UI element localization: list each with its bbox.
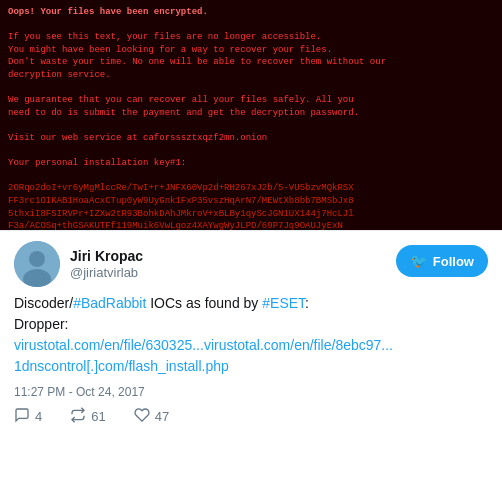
tweet-header: Jiri Kropac @jiriatvirlab 🐦 Follow <box>14 241 488 287</box>
terminal-line-blank-2 <box>8 82 494 95</box>
hashtag-eset[interactable]: #ESET <box>262 295 305 311</box>
twitter-bird-icon: 🐦 <box>410 253 427 269</box>
like-count: 47 <box>155 409 169 424</box>
follow-label: Follow <box>433 254 474 269</box>
terminal-line-7: need to do is submit the payment and get… <box>8 107 494 120</box>
avatar-image <box>14 241 60 287</box>
tweet-body: Discoder/#BadRabbit IOCs as found by #ES… <box>14 293 488 377</box>
terminal-key-2: FF3rc1OIKAB1HoaAcxCTup0yW9UyGnk1FxP35vsz… <box>8 195 494 208</box>
hashtag-badrabbit[interactable]: #BadRabbit <box>73 295 146 311</box>
tweet-header-left: Jiri Kropac @jiriatvirlab <box>14 241 143 287</box>
terminal-line-2: If you see this text, your files are no … <box>8 31 494 44</box>
like-action[interactable]: 47 <box>134 407 169 426</box>
reply-count: 4 <box>35 409 42 424</box>
svg-point-1 <box>29 251 45 267</box>
heart-icon <box>134 407 150 426</box>
user-info: Jiri Kropac @jiriatvirlab <box>70 248 143 280</box>
reply-icon <box>14 407 30 426</box>
virustotal-link[interactable]: virustotal.com/en/file/630325...virustot… <box>14 337 393 353</box>
terminal-line-9: Your personal installation key#1: <box>8 157 494 170</box>
terminal-line-blank-3 <box>8 119 494 132</box>
display-name: Jiri Kropac <box>70 248 143 265</box>
retweet-count: 61 <box>91 409 105 424</box>
terminal-line-blank-5 <box>8 170 494 183</box>
terminal-line-1: Oops! Your files have been encrypted. <box>8 6 494 19</box>
tweet-timestamp: 11:27 PM - Oct 24, 2017 <box>14 385 488 399</box>
tweet-text-iocs: IOCs as found by <box>146 295 262 311</box>
retweet-icon <box>70 407 86 426</box>
tweet-card: Jiri Kropac @jiriatvirlab 🐦 Follow Disco… <box>0 230 502 434</box>
screen-name: @jiriatvirlab <box>70 265 143 281</box>
terminal-key-3: 5thxiI8FSIRVPr+IZXw2tR93BohkDAhJMkroV+xB… <box>8 208 494 221</box>
terminal-line-3: You might have been looking for a way to… <box>8 44 494 57</box>
terminal-key-4: F3a/ACOSq+thGSAKUTFf119Muik6VwLgoz4XAYwg… <box>8 220 494 230</box>
terminal-line-4: Don't waste your time. No one will be ab… <box>8 56 494 69</box>
dropper-label: Dropper: <box>14 316 68 332</box>
retweet-action[interactable]: 61 <box>70 407 105 426</box>
tweet-text-colon: : <box>305 295 309 311</box>
terminal-line-6: We guarantee that you can recover all yo… <box>8 94 494 107</box>
tweet-text-discoder: Discoder/ <box>14 295 73 311</box>
dnscontrol-link[interactable]: 1dnscontrol[.]com/flash_install.php <box>14 358 229 374</box>
terminal-key-1: 2ORqo2doI+vr6yMgMlccRe/TwI+r+JNFX60Vp2d+… <box>8 182 494 195</box>
avatar <box>14 241 60 287</box>
terminal-line-8: Visit our web service at caforsssztxqzf2… <box>8 132 494 145</box>
terminal-line-blank-4 <box>8 145 494 158</box>
reply-action[interactable]: 4 <box>14 407 42 426</box>
tweet-actions: 4 61 47 <box>14 407 488 426</box>
terminal-screenshot: Oops! Your files have been encrypted. If… <box>0 0 502 230</box>
terminal-line-blank-1 <box>8 19 494 32</box>
terminal-line-5: decryption service. <box>8 69 494 82</box>
follow-button[interactable]: 🐦 Follow <box>396 245 488 277</box>
